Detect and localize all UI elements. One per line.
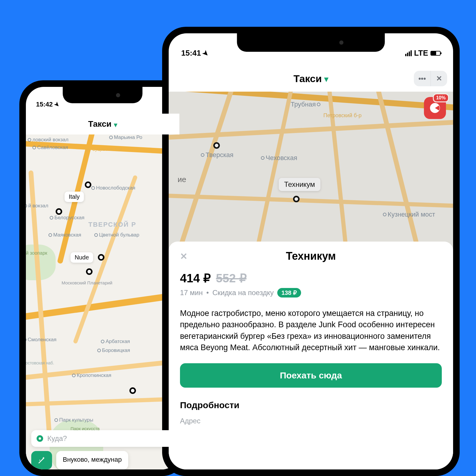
metro-label: Марьина Ро [114, 134, 142, 140]
origin-dot-icon [37, 435, 43, 442]
map[interactable]: ловский вокзал Савёловская Марьина Ро Но… [26, 134, 179, 469]
poi-label-italy[interactable]: Italy [65, 192, 84, 202]
metro-label: Арбатская [106, 339, 130, 345]
details-heading: Подробности [180, 400, 442, 410]
metro-label: Маяковская [53, 232, 81, 238]
go-here-button[interactable]: Поехать сюда [180, 363, 442, 388]
app-header: Такси▾ ••• ✕ [169, 65, 453, 92]
metro-label: Савёловская [37, 145, 68, 151]
metro-label: Боровицкая [102, 347, 130, 353]
district-label: ТВЕРСКОЙ Р [88, 221, 136, 228]
map-label: й вокзал [28, 203, 48, 209]
sheet-close-button[interactable]: ✕ [180, 251, 187, 262]
metro-label: Новослободская [96, 185, 135, 191]
discount-badge: 138 ₽ [277, 288, 301, 298]
network-label: LTE [414, 48, 428, 58]
price-row: 414 ₽ 552 ₽ [180, 271, 442, 285]
screen-back: 15:42➤ Такси▾ ловский вокзал [26, 87, 179, 469]
street-label: ул. Сущёвский Вал [85, 147, 122, 152]
phone-back: 15:42➤ Такси▾ ловский вокзал [19, 80, 186, 476]
battery-icon [430, 51, 441, 56]
notch [63, 87, 143, 103]
map-label: ловский вокзал [32, 137, 68, 143]
notch [237, 33, 385, 52]
destination-placeholder: Куда? [47, 434, 67, 443]
phone-front: 15:41➤ LTE Такси▾ ••• ✕ [162, 27, 460, 476]
metro-label: Цветной бульвар [99, 232, 139, 238]
discount-label: Скидка на поездку [212, 289, 274, 297]
header-title[interactable]: Такси [88, 119, 111, 129]
road [26, 288, 179, 320]
poi-marker[interactable] [86, 268, 93, 275]
metro-label: Белорусская [54, 215, 84, 221]
place-description: Модное гастробистро, меню которого умеща… [180, 308, 442, 353]
price-current: 414 ₽ [180, 271, 211, 285]
poi-marker[interactable] [98, 254, 104, 261]
place-sheet: ✕ Техникум 414 ₽ 552 ₽ 17 мин • Скидка н… [169, 242, 453, 469]
chevron-down-icon[interactable]: ▾ [324, 74, 328, 84]
poi-marker[interactable] [129, 387, 136, 394]
chevron-down-icon[interactable]: ▾ [114, 121, 117, 129]
price-meta: 17 мин • Скидка на поездку 138 ₽ [180, 288, 442, 298]
status-time: 15:41 [181, 48, 201, 58]
magic-button[interactable] [31, 451, 52, 469]
sheet-title: Техникум [286, 250, 336, 262]
more-button[interactable]: ••• [414, 71, 430, 86]
location-arrow-icon: ➤ [201, 48, 210, 58]
map-dim-overlay [169, 92, 453, 249]
signal-icon [405, 50, 412, 56]
map[interactable]: Трубная Петровский б-р Тверская Чеховска… [169, 92, 453, 249]
promo-pct: 10% [433, 93, 449, 102]
location-arrow-icon: ➤ [53, 100, 61, 109]
promo-badge[interactable]: 10% [424, 97, 446, 119]
address-label: Адрес [180, 417, 442, 425]
suggestion-chip[interactable]: Внуково, междунар [56, 451, 128, 469]
metro-label: Кропоткинская [77, 372, 111, 378]
park-area [26, 245, 56, 280]
header-buttons: ••• ✕ [414, 71, 447, 86]
poi-marker[interactable] [85, 181, 91, 188]
metro-label: Смоленская [28, 337, 57, 343]
bottom-controls: Куда? Внуково, междунар [26, 425, 179, 469]
map-label: Московский Планетарий [62, 280, 112, 285]
poi-label-nude[interactable]: Nude [71, 252, 93, 263]
map-label: Ростовская наб. [26, 361, 54, 365]
app-header: Такси▾ [26, 114, 179, 134]
eta: 17 мин [180, 289, 203, 297]
header-title[interactable]: Такси [293, 73, 322, 84]
status-time: 15:42 [36, 101, 53, 108]
screen-front: 15:41➤ LTE Такси▾ ••• ✕ [169, 33, 453, 469]
poi-marker[interactable] [56, 208, 62, 215]
close-button[interactable]: ✕ [430, 71, 447, 86]
destination-input[interactable]: Куда? [31, 430, 174, 447]
road [29, 170, 52, 438]
metro-label: Парк культуры [59, 417, 93, 423]
map-label: й зоопарк [26, 250, 47, 256]
price-old: 552 ₽ [216, 271, 247, 285]
